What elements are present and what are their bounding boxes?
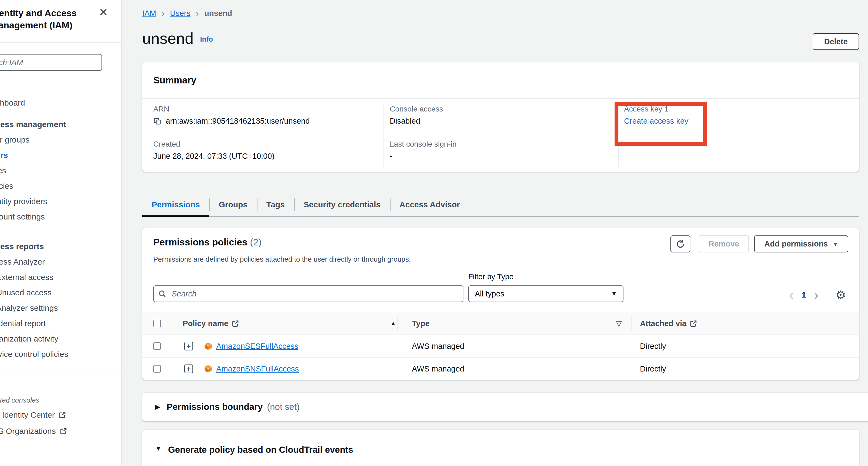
tab-permissions[interactable]: Permissions — [142, 193, 209, 216]
type-filter-value: All types — [475, 289, 504, 298]
column-divider — [171, 316, 172, 331]
close-icon[interactable]: × — [99, 5, 107, 19]
policy-name-header: Policy name — [183, 319, 228, 328]
permissions-boundary-title: Permissions boundary — [166, 402, 262, 412]
tab-security-credentials[interactable]: Security credentials — [294, 193, 390, 216]
tab-tags[interactable]: Tags — [257, 193, 294, 216]
breadcrumb-link-users[interactable]: Users — [170, 9, 191, 18]
permissions-policies-card: Permissions policies(2) Permissions are … — [142, 228, 859, 380]
breadcrumb: IAM › Users › unsend — [142, 9, 232, 18]
table-row: + AmazonSNSFullAccess AWS managed Direct… — [142, 358, 859, 380]
sidebar-divider — [0, 370, 121, 370]
delete-button[interactable]: Delete — [813, 33, 859, 50]
sidebar-related-consoles-header: Related consoles — [0, 393, 121, 407]
attached-via-value: Directly — [640, 365, 666, 373]
policy-link[interactable]: AmazonSNSFullAccess — [216, 365, 299, 373]
select-all-checkbox[interactable] — [153, 320, 161, 327]
arn-text: arn:aws:iam::905418462135:user/unsend — [166, 117, 310, 126]
sidebar-item-iam-identity-center[interactable]: IAM Identity Center — [0, 407, 121, 423]
refresh-button[interactable] — [671, 236, 690, 252]
row-checkbox[interactable] — [153, 342, 161, 350]
sidebar-search-input[interactable] — [0, 54, 102, 71]
sidebar-item-access-analyzer[interactable]: Access Analyzer — [0, 254, 121, 270]
sidebar-item-credential-report[interactable]: Credential report — [0, 316, 121, 331]
info-link[interactable]: Info — [200, 35, 213, 43]
copy-icon[interactable] — [153, 117, 161, 125]
refresh-icon — [676, 240, 685, 249]
external-link-icon — [60, 427, 67, 435]
external-link-icon — [59, 411, 66, 419]
policy-search-input[interactable] — [153, 285, 463, 302]
caret-down-icon: ▼ — [611, 291, 617, 297]
chevron-left-icon[interactable]: ‹ — [788, 288, 795, 302]
pagination: ‹ 1 › ⚙ — [788, 286, 846, 303]
sidebar-item-roles[interactable]: Roles — [0, 163, 121, 178]
created-value: June 28, 2024, 07:33 (UTC+10:00) — [153, 152, 275, 161]
generate-policy-section[interactable]: ▼ Generate policy based on CloudTrail ev… — [142, 430, 859, 466]
sidebar-item-aws-organizations[interactable]: AWS Organizations — [0, 423, 121, 439]
policies-table-header: Policy name ▲ Type ▽ Attached via — [142, 312, 859, 335]
managed-policy-icon — [203, 364, 213, 374]
policy-search — [153, 285, 463, 302]
type-filter-select[interactable]: All types ▼ — [468, 285, 623, 302]
sidebar-item-unused-access[interactable]: Unused access — [0, 285, 121, 300]
sidebar-item-identity-providers[interactable]: Identity providers — [0, 194, 121, 209]
page-number: 1 — [802, 290, 806, 300]
policy-link[interactable]: AmazonSESFullAccess — [216, 342, 299, 351]
breadcrumb-current: unsend — [204, 9, 232, 18]
sidebar-item-external-access[interactable]: External access — [0, 270, 121, 285]
sidebar-item-label: AWS Organizations — [0, 423, 56, 439]
remove-button[interactable]: Remove — [699, 236, 749, 252]
expand-right-icon[interactable]: ▶ — [155, 403, 160, 411]
chevron-right-icon[interactable]: › — [813, 288, 820, 302]
summary-body: ARN arn:aws:iam::905418462135:user/unsen… — [142, 99, 859, 172]
policies-table: Policy name ▲ Type ▽ Attached via + A — [142, 312, 859, 380]
console-access-value: Disabled — [390, 117, 420, 126]
search-icon — [158, 290, 166, 298]
add-permissions-label: Add permissions — [764, 240, 828, 248]
tab-groups[interactable]: Groups — [209, 193, 257, 216]
add-permissions-button[interactable]: Add permissions ▼ — [754, 236, 848, 252]
sidebar: Identity and Access Management (IAM) Das… — [0, 0, 122, 466]
sidebar-header-divider — [0, 42, 121, 43]
managed-policy-icon — [203, 341, 213, 351]
page-title: unsendInfo — [142, 29, 213, 47]
sidebar-item-policies[interactable]: Policies — [0, 178, 121, 194]
sidebar-section-access-management: Access management — [0, 117, 121, 132]
permissions-boundary-section[interactable]: ▶ Permissions boundary (not set) — [142, 393, 868, 421]
filter-icon[interactable]: ▽ — [616, 319, 622, 328]
tab-bar: Permissions Groups Tags Security credent… — [142, 193, 469, 216]
sidebar-item-organization-activity[interactable]: Organization activity — [0, 331, 121, 346]
permissions-policies-heading: Permissions policies — [153, 237, 247, 247]
tab-access-advisor[interactable]: Access Advisor — [390, 193, 469, 216]
breadcrumb-chevron-icon: › — [162, 9, 165, 17]
iam-user-detail-screen: Identity and Access Management (IAM) Das… — [0, 0, 868, 466]
row-checkbox[interactable] — [153, 365, 161, 373]
created-label: Created — [153, 140, 180, 149]
sidebar-item-user-groups[interactable]: User groups — [0, 132, 121, 147]
sidebar-item-label: IAM Identity Center — [0, 407, 55, 423]
expand-row-icon[interactable]: + — [184, 365, 193, 373]
sidebar-item-dashboard[interactable]: Dashboard — [0, 95, 121, 111]
breadcrumb-chevron-icon: › — [196, 9, 199, 17]
sidebar-item-service-control-policies[interactable]: Service control policies — [0, 346, 121, 362]
expand-row-icon[interactable]: + — [184, 342, 193, 350]
sidebar-search — [0, 54, 102, 71]
policy-type: AWS managed — [412, 342, 464, 351]
sidebar-item-analyzer-settings[interactable]: Analyzer settings — [0, 300, 121, 316]
permissions-boundary-note: (not set) — [267, 402, 300, 412]
collapse-down-icon[interactable]: ▼ — [155, 445, 162, 452]
breadcrumb-link-iam[interactable]: IAM — [142, 9, 156, 18]
sidebar-item-users[interactable]: Users — [0, 147, 121, 163]
caret-down-icon: ▼ — [833, 241, 838, 247]
last-console-signin-label: Last console sign-in — [390, 140, 456, 149]
user-name: unsend — [142, 29, 193, 47]
sort-ascending-icon[interactable]: ▲ — [390, 320, 396, 327]
sidebar-item-account-settings[interactable]: Account settings — [0, 209, 121, 224]
filter-by-type-label: Filter by Type — [468, 272, 514, 281]
type-header: Type — [412, 319, 430, 328]
gear-icon[interactable]: ⚙ — [835, 288, 846, 302]
permissions-policies-description: Permissions are defined by policies atta… — [153, 255, 411, 263]
external-link-icon — [231, 320, 239, 327]
arn-label: ARN — [153, 105, 169, 114]
